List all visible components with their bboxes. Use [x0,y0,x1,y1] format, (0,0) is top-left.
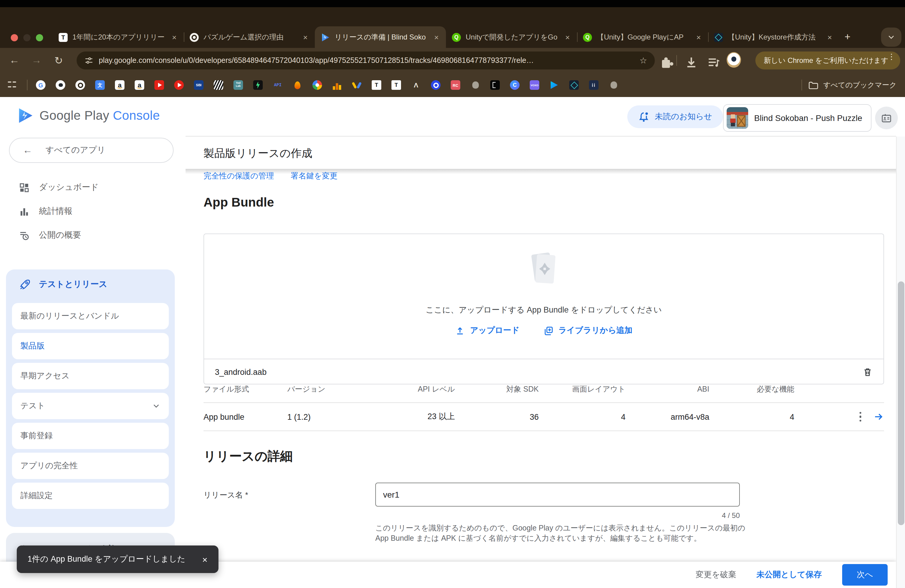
tab-qiita-2[interactable]: Q 【Unity】Google PlayにAP × [577,26,708,48]
voxo-bookmark-icon[interactable]: VOXO [530,80,539,90]
google-play-bookmark-icon[interactable] [549,80,559,90]
apple-bookmark-icon[interactable] [470,80,480,90]
traffic-lights[interactable] [11,34,43,41]
close-tab-icon[interactable]: × [433,33,440,41]
t-card-bookmark-icon[interactable]: T [372,80,381,90]
delete-file-button[interactable] [862,367,873,377]
folder-icon [808,80,819,90]
download-icon[interactable] [684,55,699,70]
section-label: テストとリリース [39,279,108,290]
tedlab-bookmark-icon[interactable]: Ted Lab [233,80,243,90]
sidebar-item-latest-releases[interactable]: 最新のリリースとバンドル [12,303,169,329]
scrollbar-thumb[interactable] [898,281,904,525]
minimize-window-button[interactable] [23,34,30,41]
forward-icon[interactable]: → [29,53,44,68]
app-bundle-dropzone[interactable]: ここに、アップロードする App Bundle をドロップしてください アップロ… [203,234,884,385]
apple-bookmark-icon[interactable] [609,80,618,90]
apps-grid-icon[interactable] [7,80,17,90]
striped-bookmark-icon[interactable] [214,80,223,90]
close-tab-icon[interactable]: × [564,33,571,41]
caret-bookmark-icon[interactable]: Λ [411,80,421,90]
columns-bookmark-icon[interactable]: ii [589,80,599,90]
profile-avatar[interactable] [727,53,741,67]
bar-chart-bookmark-icon[interactable] [332,80,342,90]
item-label: アプリの完全性 [21,461,78,471]
tab-play-console-active[interactable]: リリースの準備 | Blind Soko × [315,26,446,48]
github-bookmark-icon[interactable] [56,80,65,90]
sidebar-item-pre-registration[interactable]: 事前登録 [12,423,169,449]
bookmark-star-icon[interactable]: ☆ [640,56,647,65]
upload-button[interactable]: アップロード [455,325,519,336]
close-tab-icon[interactable]: × [302,33,309,41]
sidebar-item-production[interactable]: 製品版 [12,333,169,359]
app-selector[interactable]: Blind Sokoban - Push Puzzle [723,104,872,132]
swirl-bookmark-icon[interactable] [431,80,441,90]
url-text[interactable]: play.google.com/console/u/0/developers/6… [99,56,634,65]
tab-chatgpt[interactable]: パズルゲーム選択の理由 × [184,26,315,48]
sidebar-item-early-access[interactable]: 早期アクセス [12,363,169,389]
t-card-bookmark-icon[interactable]: T [391,80,401,90]
release-name-input[interactable] [375,483,740,507]
all-apps-back-button[interactable]: ← すべてのアプリ [9,138,173,163]
black-brackets-bookmark-icon[interactable] [490,80,500,90]
bolt-bookmark-icon[interactable] [253,80,263,90]
google-bookmark-icon[interactable]: G [36,80,46,90]
reading-list-icon[interactable] [706,55,721,70]
sidebar-item-dashboard[interactable]: ダッシュボード [0,175,186,199]
add-from-library-button[interactable]: ライブラリから追加 [543,325,632,336]
youtube-bookmark-icon[interactable] [154,80,164,90]
close-window-button[interactable] [11,34,18,41]
amazon-bookmark-icon[interactable]: a [115,80,124,90]
integrity-protection-link[interactable]: 完全性の保護の管理 [203,171,274,181]
sbi-bookmark-icon[interactable]: SBI [194,80,203,90]
api-bookmark-icon[interactable]: API [273,80,283,90]
flame-bookmark-icon[interactable] [293,80,302,90]
sidebar-item-statistics[interactable]: 統計情報 [0,199,186,223]
toast-close-icon[interactable]: × [202,554,208,564]
close-tab-icon[interactable]: × [826,33,833,41]
amazon-bookmark-icon[interactable]: a [135,80,144,90]
color-wheel-bookmark-icon[interactable] [313,80,322,90]
chatgpt-bookmark-icon[interactable] [75,80,85,90]
sidebar-item-publishing-overview[interactable]: 公開の概要 [0,223,186,247]
discard-changes-button[interactable]: 変更を破棄 [695,569,736,580]
back-icon[interactable]: ← [7,53,22,68]
bookmarks-divider [802,79,802,91]
close-tab-icon[interactable]: × [695,33,702,41]
youtube-music-bookmark-icon[interactable] [174,80,184,90]
sidebar-item-advanced-settings[interactable]: 詳細設定 [12,483,169,509]
tab-article-1[interactable]: T 1年間に20本のアプリリリー × [53,26,184,48]
section-test-and-release-header[interactable]: テストとリリース [6,269,175,299]
sidebar-item-app-integrity[interactable]: アプリの完全性 [12,453,169,479]
gem-bookmark-icon[interactable] [569,80,579,90]
rocket-icon [19,279,30,290]
extensions-puzzle-icon[interactable] [660,55,674,70]
c-circle-bookmark-icon[interactable]: C [510,80,519,90]
new-tab-button[interactable]: + [839,29,856,46]
tab-search-chevron-button[interactable] [881,27,902,47]
reload-icon[interactable]: ↻ [51,53,66,68]
page-scrollbar[interactable] [896,137,905,588]
close-tab-icon[interactable]: × [171,33,178,41]
row-detail-arrow-icon[interactable] [873,412,884,422]
change-signing-key-link[interactable]: 署名鍵を変更 [291,171,338,181]
site-settings-icon[interactable] [84,56,94,65]
row-menu-kebab-icon[interactable] [857,410,864,424]
notifications-button[interactable]: 未読のお知らせ [627,105,723,128]
tab-keystore[interactable]: 【Unity】Keystore作成方法 × [708,26,839,48]
all-bookmarks-button[interactable]: すべてのブックマーク [802,79,905,91]
sidebar-item-testing[interactable]: テスト [12,393,169,419]
browser-menu-kebab-icon[interactable]: ⋮ [888,52,895,61]
table-header-row: ファイル形式 バージョン API レベル 対象 SDK 画面レイアウト ABI … [203,376,884,402]
translate-bookmark-icon[interactable]: 文 [95,80,105,90]
play-console-logo[interactable]: Google Play Console [18,107,160,124]
chrome-update-chip[interactable]: 新しい Chrome をご利用いただけます [755,51,900,70]
google-ads-bookmark-icon[interactable] [352,80,362,90]
account-id-chip[interactable] [875,106,898,129]
zoom-window-button[interactable] [36,34,43,41]
save-unpublished-button[interactable]: 未公開として保存 [757,569,822,580]
address-bar[interactable]: play.google.com/console/u/0/developers/6… [76,51,655,70]
next-button[interactable]: 次へ [842,564,888,586]
tab-qiita-1[interactable]: Q Unityで開発したアプリをGo × [446,26,577,48]
rc-bookmark-icon[interactable]: RC [451,80,460,90]
